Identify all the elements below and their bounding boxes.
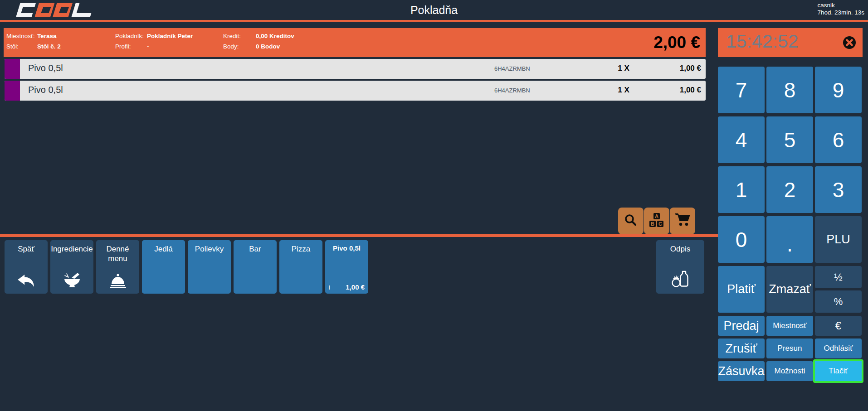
cart-button[interactable]: [670, 208, 695, 234]
category-daily-menu[interactable]: Denné menu: [96, 240, 139, 294]
cloche-icon: [96, 273, 139, 288]
svg-text:B: B: [651, 221, 654, 227]
category-bar[interactable]: Bar: [234, 240, 277, 294]
keypad-4[interactable]: 4: [718, 116, 765, 163]
euro-button[interactable]: €: [815, 316, 862, 336]
item-price: 1,00 €: [680, 64, 701, 73]
item-code: 6H4AZRMBN: [494, 65, 530, 72]
half-button[interactable]: ½: [815, 266, 862, 288]
category-ingredients[interactable]: Ingrediencie: [50, 240, 93, 294]
order-item-row[interactable]: Pivo 0,5l 6H4AZRMBN 1 X 1,00 €: [5, 59, 706, 79]
category-foods[interactable]: Jedlá: [142, 240, 185, 294]
keypad-decimal[interactable]: .: [766, 216, 813, 263]
abc-blocks-icon: A B C: [649, 212, 665, 230]
keypad-5[interactable]: 5: [766, 116, 813, 163]
bar-label: Bar: [234, 240, 277, 254]
room-label: Miestnosť:: [6, 33, 35, 39]
profile-label: Profil:: [115, 43, 131, 50]
daily-menu-label: Denné menu: [96, 240, 139, 263]
pizza-label: Pizza: [279, 240, 322, 254]
product-tile-footer: l 1,00 €: [329, 283, 365, 291]
svg-text:C: C: [658, 221, 662, 227]
table-value: Stôl č. 2: [37, 43, 61, 50]
groceries-icon: [656, 270, 704, 288]
credit-label: Kredit:: [223, 33, 241, 39]
keypad-9[interactable]: 9: [815, 67, 862, 113]
keypad-8[interactable]: 8: [766, 67, 813, 113]
print-button[interactable]: Tlačiť: [813, 359, 863, 383]
close-icon[interactable]: [842, 35, 857, 50]
cancel-button[interactable]: Zrušiť: [718, 338, 765, 358]
item-category-stripe: [5, 59, 20, 79]
transfer-button[interactable]: Presun: [766, 338, 813, 358]
keypad-0[interactable]: 0: [718, 216, 765, 263]
top-bar: Pokladňa casnik 7hod. 23min. 13s: [0, 0, 868, 20]
order-item-row[interactable]: Pivo 0,5l 6H4AZRMBN 1 X 1,00 €: [5, 81, 706, 101]
search-icon: [623, 213, 639, 230]
logout-button[interactable]: Odhlásiť: [815, 338, 862, 358]
clock-panel: 15:42:52: [718, 28, 863, 57]
cashier-value: Pokladník Peter: [147, 33, 193, 39]
product-unit: l: [329, 285, 330, 291]
ingredients-label: Ingrediencie: [50, 240, 93, 254]
search-button[interactable]: [618, 208, 644, 234]
clock-time: 15:42:52: [726, 31, 799, 52]
room-value: Terasa: [37, 33, 57, 39]
percent-button[interactable]: %: [815, 290, 862, 313]
points-value: 0 Bodov: [256, 43, 280, 50]
order-info-bar: Miestnosť: Terasa Stôl: Stôl č. 2 Poklad…: [4, 28, 706, 57]
drawer-button[interactable]: Zásuvka: [718, 361, 765, 381]
product-name: Pivo 0,5l: [325, 240, 368, 252]
cart-icon: [674, 213, 691, 230]
order-total: 2,00 €: [653, 33, 700, 52]
user-session-info: casnik 7hod. 23min. 13s: [817, 2, 864, 16]
back-label: Späť: [5, 240, 48, 254]
item-name: Pivo 0,5l: [28, 85, 63, 95]
pay-button[interactable]: Platiť: [718, 266, 765, 313]
soups-label: Polievky: [188, 240, 231, 254]
item-category-stripe: [5, 81, 20, 101]
item-price: 1,00 €: [680, 86, 701, 95]
sale-button[interactable]: Predaj: [718, 316, 765, 336]
writeoff-button[interactable]: Odpis: [656, 240, 704, 294]
room-button[interactable]: Miestnosť: [766, 316, 813, 336]
product-tile-pivo[interactable]: Pivo 0,5l l 1,00 €: [325, 240, 368, 294]
item-quantity: 1 X: [608, 64, 639, 73]
keypad-2[interactable]: 2: [766, 166, 813, 213]
category-soups[interactable]: Polievky: [188, 240, 231, 294]
item-name: Pivo 0,5l: [28, 63, 63, 73]
credit-value: 0,00 Kreditov: [256, 33, 294, 39]
alphabetical-sort-button[interactable]: A B C: [644, 208, 669, 234]
profile-value: -: [147, 43, 149, 50]
delete-button[interactable]: Zmazať: [766, 266, 813, 313]
plu-button[interactable]: PLU: [815, 216, 862, 263]
product-price: 1,00 €: [346, 283, 365, 291]
page-title: Pokladňa: [0, 4, 868, 17]
header-divider: [0, 20, 868, 22]
categories-divider: [0, 234, 719, 237]
keypad-6[interactable]: 6: [815, 116, 862, 163]
foods-label: Jedlá: [142, 240, 185, 254]
item-quantity: 1 X: [608, 86, 639, 95]
keypad-1[interactable]: 1: [718, 166, 765, 213]
keypad-7[interactable]: 7: [718, 67, 765, 113]
user-name: casnik: [817, 2, 864, 9]
back-button[interactable]: Späť: [5, 240, 48, 294]
svg-text:A: A: [655, 213, 658, 219]
pos-screen: Pokladňa casnik 7hod. 23min. 13s Miestno…: [0, 0, 868, 411]
cashier-label: Pokladník:: [115, 33, 144, 39]
category-pizza[interactable]: Pizza: [279, 240, 322, 294]
options-button[interactable]: Možnosti: [766, 361, 813, 381]
writeoff-label: Odpis: [656, 240, 704, 254]
item-code: 6H4AZRMBN: [494, 87, 530, 94]
table-label: Stôl:: [6, 43, 19, 50]
back-arrow-icon: [5, 274, 48, 288]
keypad-3[interactable]: 3: [815, 166, 862, 213]
mortar-icon: [50, 272, 93, 288]
points-label: Body:: [223, 43, 239, 50]
session-duration: 7hod. 23min. 13s: [817, 9, 864, 16]
